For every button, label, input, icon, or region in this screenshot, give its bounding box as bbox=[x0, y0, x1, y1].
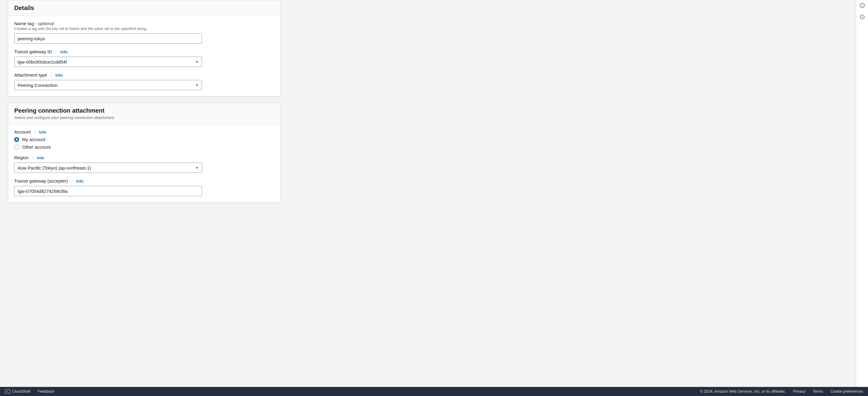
accepter-input[interactable] bbox=[14, 186, 202, 196]
radio-checked-icon bbox=[14, 137, 19, 142]
svg-point-4 bbox=[862, 16, 863, 18]
right-utility-rail bbox=[856, 0, 868, 396]
name-tag-field: Name tag - optional Creates a tag with t… bbox=[14, 21, 274, 43]
accepter-label: Transit gateway (accepter) bbox=[14, 178, 68, 184]
tgw-id-info-link[interactable]: Info bbox=[60, 50, 67, 54]
accepter-info-link[interactable]: Info bbox=[76, 179, 84, 184]
account-field: Account | Info My account Other account bbox=[14, 129, 274, 150]
region-label: Region bbox=[14, 155, 29, 160]
peering-title: Peering connection attachment bbox=[14, 107, 274, 114]
console-footer: >_ CloudShell Feedback © 2024, Amazon We… bbox=[0, 387, 868, 396]
security-hexagon-icon[interactable] bbox=[859, 14, 865, 20]
attachment-type-label: Attachment type bbox=[14, 72, 47, 77]
region-info-link[interactable]: Info bbox=[37, 156, 44, 160]
region-value: Asia Pacific (Tokyo) (ap-northeast-1) bbox=[18, 165, 91, 170]
attachment-type-info-link[interactable]: Info bbox=[55, 73, 63, 77]
cookie-preferences-link[interactable]: Cookie preferences bbox=[831, 389, 863, 394]
feedback-link[interactable]: Feedback bbox=[37, 389, 54, 394]
radio-unchecked-icon bbox=[14, 145, 19, 150]
accepter-field: Transit gateway (accepter) | Info bbox=[14, 178, 274, 196]
peering-desc: Select and configure your peering connec… bbox=[14, 116, 274, 120]
cloudshell-button[interactable]: >_ CloudShell bbox=[5, 389, 30, 394]
details-title: Details bbox=[14, 4, 274, 11]
details-header: Details bbox=[8, 0, 280, 16]
copyright-text: © 2024, Amazon Web Services, Inc. or its… bbox=[700, 389, 786, 394]
account-radio-my-label: My account bbox=[22, 137, 45, 142]
name-tag-hint: Creates a tag with the key set to Name a… bbox=[14, 27, 274, 31]
chevron-down-icon: ▼ bbox=[195, 83, 199, 87]
chevron-down-icon: ▼ bbox=[195, 166, 199, 169]
terms-link[interactable]: Terms bbox=[813, 389, 823, 394]
account-radio-other[interactable]: Other account bbox=[14, 144, 274, 150]
attachment-type-value: Peering Connection bbox=[18, 82, 58, 88]
chevron-down-icon: ▼ bbox=[195, 60, 199, 64]
details-panel: Details Name tag - optional Creates a ta… bbox=[8, 0, 280, 97]
account-radio-other-label: Other account bbox=[22, 144, 51, 150]
info-circle-icon[interactable] bbox=[859, 2, 865, 8]
cloudshell-label: CloudShell bbox=[12, 389, 30, 394]
cloudshell-icon: >_ bbox=[5, 389, 10, 394]
tgw-id-value: tgw-00bc80cbce1cdd54f bbox=[18, 59, 67, 65]
tgw-id-field: Transit gateway ID | Info tgw-00bc80cbce… bbox=[14, 49, 274, 67]
privacy-link[interactable]: Privacy bbox=[793, 389, 806, 394]
tgw-id-label: Transit gateway ID bbox=[14, 49, 52, 54]
peering-header: Peering connection attachment Select and… bbox=[8, 103, 280, 125]
region-field: Region | Info Asia Pacific (Tokyo) (ap-n… bbox=[14, 155, 274, 173]
account-info-link[interactable]: Info bbox=[39, 130, 46, 134]
attachment-type-field: Attachment type | Info Peering Connectio… bbox=[14, 72, 274, 90]
region-select[interactable]: Asia Pacific (Tokyo) (ap-northeast-1) ▼ bbox=[14, 163, 202, 173]
attachment-type-select[interactable]: Peering Connection ▼ bbox=[14, 80, 202, 90]
name-tag-input[interactable] bbox=[14, 33, 202, 43]
name-tag-label: Name tag - optional bbox=[14, 21, 54, 26]
account-radio-my[interactable]: My account bbox=[14, 137, 274, 142]
tgw-id-select[interactable]: tgw-00bc80cbce1cdd54f ▼ bbox=[14, 57, 202, 67]
account-label: Account bbox=[14, 129, 31, 134]
peering-panel: Peering connection attachment Select and… bbox=[8, 103, 280, 202]
